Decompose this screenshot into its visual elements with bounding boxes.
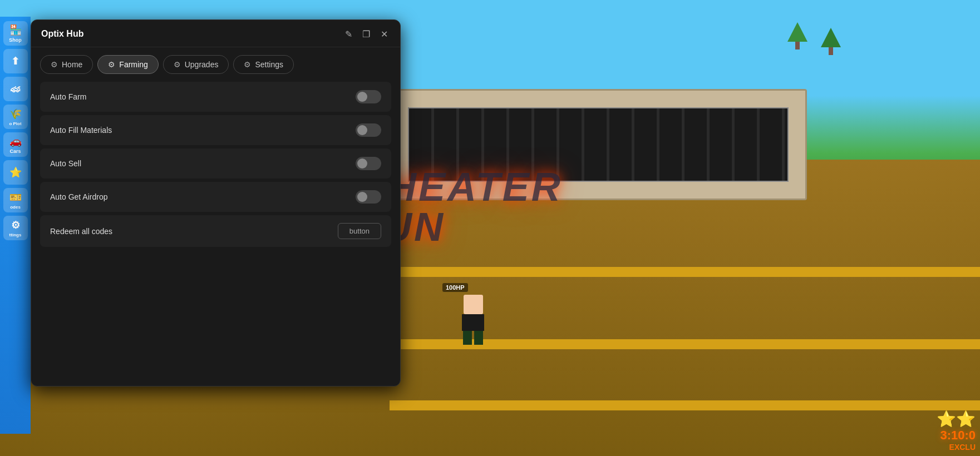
tab-farming[interactable]: ⚙ Farming <box>97 55 158 74</box>
codes-label: odes <box>10 205 21 210</box>
character-legs <box>456 331 490 345</box>
sidebar-item-star[interactable]: ⭐ <box>3 160 28 185</box>
modal-edit-button[interactable]: ✎ <box>342 28 354 40</box>
left-sidebar: 🏪 Shop ⬆ 🏎 🌾 o Plot 🚗 Cars ⭐ 🎫 odes ⚙ tt… <box>0 17 31 434</box>
tab-settings[interactable]: ⚙ Settings <box>233 55 294 74</box>
modal-controls: ✎ ❐ ✕ <box>342 28 390 40</box>
auto-sell-row: Auto Sell <box>40 148 391 179</box>
modal-maximize-button[interactable]: ❐ <box>360 28 372 40</box>
modal-close-button[interactable]: ✕ <box>378 28 390 40</box>
codes-icon: 🎫 <box>9 191 22 204</box>
tree-1 <box>821 28 841 55</box>
settings-side-label: ttings <box>9 232 22 237</box>
settings-tab-label: Settings <box>255 60 283 69</box>
auto-fill-materials-label: Auto Fill Materials <box>50 126 112 135</box>
modal-title: Optix Hub <box>41 29 83 39</box>
sidebar-shop-label: Shop <box>9 37 22 43</box>
sidebar-item-cars[interactable]: 🚗 Cars <box>3 132 28 157</box>
star-icon: ⭐ <box>9 166 22 179</box>
char-leg-left <box>463 331 472 345</box>
farming-tab-label: Farming <box>119 60 147 69</box>
cars-icon: 🚗 <box>9 135 22 147</box>
auto-sell-label: Auto Sell <box>50 159 81 168</box>
timer-text: 3:10:0 <box>937 428 976 443</box>
bottom-right-hud: ⭐⭐ 3:10:0 EXCLU <box>932 405 980 456</box>
redeem-all-codes-label: Redeem all codes <box>50 227 112 236</box>
sidebar-item-settings[interactable]: ⚙ ttings <box>3 216 28 240</box>
auto-get-airdrop-toggle[interactable] <box>356 190 381 204</box>
auto-get-airdrop-label: Auto Get Airdrop <box>50 192 108 201</box>
plot-icon: 🌾 <box>9 108 22 120</box>
upgrades-tab-icon: ⚙ <box>174 60 181 69</box>
timer-label: EXCLU <box>937 443 976 452</box>
tab-upgrades[interactable]: ⚙ Upgrades <box>163 55 229 74</box>
auto-sell-toggle[interactable] <box>356 157 381 170</box>
farming-tab-icon: ⚙ <box>108 60 115 69</box>
settings-tab-icon: ⚙ <box>244 60 251 69</box>
player-character <box>456 295 490 345</box>
auto-fill-materials-row: Auto Fill Materials <box>40 115 391 145</box>
auto-fill-materials-toggle[interactable] <box>356 123 381 137</box>
plot-label: o Plot <box>9 121 21 126</box>
modal-content: Auto Farm Auto Fill Materials Auto Sell … <box>31 74 400 255</box>
settings-side-icon: ⚙ <box>11 219 20 231</box>
sidebar-item-upgrades[interactable]: ⬆ <box>3 49 28 73</box>
road-stripe-3 <box>390 400 980 410</box>
modal-titlebar: Optix Hub ✎ ❐ ✕ <box>31 20 400 47</box>
upgrades-tab-label: Upgrades <box>185 60 219 69</box>
auto-farm-label: Auto Farm <box>50 92 86 101</box>
timer-stars: ⭐⭐ <box>937 410 976 428</box>
redeem-all-codes-button[interactable]: button <box>338 223 381 239</box>
upgrades-icon: ⬆ <box>11 55 19 67</box>
auto-farm-row: Auto Farm <box>40 82 391 112</box>
optix-hub-modal: Optix Hub ✎ ❐ ✕ ⚙ Home ⚙ Farming ⚙ Upgra… <box>31 19 401 386</box>
sidebar-item-shop[interactable]: 🏪 Shop <box>3 21 28 46</box>
character-head <box>464 295 483 314</box>
tabs-container: ⚙ Home ⚙ Farming ⚙ Upgrades ⚙ Settings <box>31 47 400 74</box>
hp-bar: 100HP <box>442 283 468 292</box>
garage-icon: 🏎 <box>11 83 21 95</box>
char-leg-right <box>474 331 483 345</box>
redeem-all-codes-row: Redeem all codes button <box>40 215 391 247</box>
sidebar-item-plot[interactable]: 🌾 o Plot <box>3 105 28 129</box>
road-stripe-1 <box>390 267 980 277</box>
auto-farm-toggle[interactable] <box>356 90 381 103</box>
sidebar-item-garage[interactable]: 🏎 <box>3 77 28 101</box>
character-body <box>462 314 484 331</box>
tree-2 <box>787 22 807 49</box>
home-tab-icon: ⚙ <box>51 60 58 69</box>
tab-home[interactable]: ⚙ Home <box>40 55 93 74</box>
auto-get-airdrop-row: Auto Get Airdrop <box>40 182 391 212</box>
home-tab-label: Home <box>62 60 82 69</box>
sidebar-cars-label: Cars <box>9 148 21 154</box>
shop-icon: 🏪 <box>9 24 22 36</box>
sidebar-item-codes[interactable]: 🎫 odes <box>3 188 28 212</box>
